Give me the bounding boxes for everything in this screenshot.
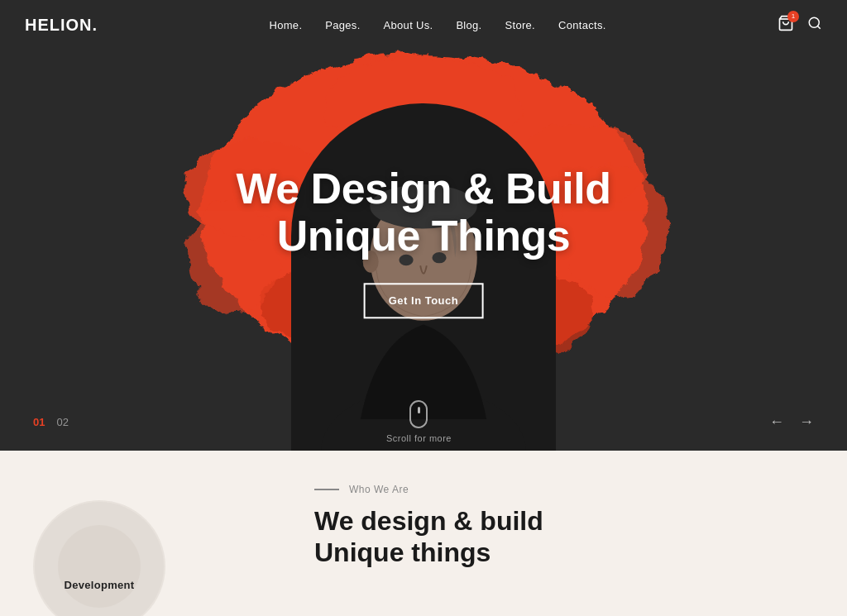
hero-bottom-bar: 01 02 Scroll for more ← → (0, 393, 847, 451)
svg-point-19 (58, 525, 141, 608)
dev-circle-graphic (33, 500, 165, 616)
who-line: Who We Are (314, 484, 543, 495)
who-we-are-label: Who We Are (349, 484, 409, 495)
svg-point-15 (370, 184, 477, 228)
svg-point-14 (363, 251, 379, 273)
slide-indicators: 01 02 (33, 416, 69, 428)
main-nav: Home. Pages. About Us. Blog. Store. Cont… (270, 17, 606, 32)
svg-point-16 (399, 255, 413, 265)
scroll-wheel (418, 407, 420, 413)
logo: HELION. (25, 16, 98, 35)
prev-arrow[interactable]: ← (769, 413, 784, 431)
cart-icon[interactable]: 1 (778, 15, 794, 36)
dev-circle (33, 500, 165, 616)
svg-point-8 (560, 165, 668, 297)
hero-section: We Design & Build Unique Things Get In T… (0, 0, 847, 451)
cart-badge: 1 (787, 11, 799, 22)
nav-item-blog[interactable]: Blog. (456, 17, 481, 32)
cta-button[interactable]: Get In Touch (364, 283, 483, 318)
slide-num-1[interactable]: 01 (33, 416, 45, 428)
svg-line-2 (817, 26, 820, 28)
nav-item-home[interactable]: Home. (270, 17, 303, 32)
slide-num-2[interactable]: 02 (56, 416, 68, 428)
svg-point-1 (809, 17, 819, 27)
dev-label: Development (65, 579, 135, 591)
nav-item-store[interactable]: Store. (505, 17, 535, 32)
dev-circle-area: Development (33, 475, 165, 616)
next-arrow[interactable]: → (799, 413, 814, 431)
slide-arrows: ← → (769, 413, 814, 431)
who-title: We design & build Unique things (314, 505, 543, 569)
header-icons: 1 (778, 15, 822, 36)
svg-point-17 (432, 252, 446, 263)
header: HELION. Home. Pages. About Us. Blog. Sto… (0, 0, 847, 50)
scroll-indicator: Scroll for more (386, 400, 452, 443)
nav-item-about[interactable]: About Us. (384, 17, 433, 32)
who-we-are-block: Who We Are We design & build Unique thin… (314, 475, 543, 569)
nav-item-pages[interactable]: Pages. (325, 17, 360, 32)
scroll-label: Scroll for more (386, 433, 452, 443)
decorative-bar (314, 489, 339, 490)
search-icon[interactable] (807, 16, 822, 35)
nav-item-contacts[interactable]: Contacts. (558, 17, 606, 32)
scroll-mouse-icon (409, 400, 428, 428)
bottom-section: Development Who We Are We design & build… (0, 451, 847, 616)
svg-point-9 (188, 198, 279, 313)
nav-list: Home. Pages. About Us. Blog. Store. Cont… (270, 17, 606, 32)
